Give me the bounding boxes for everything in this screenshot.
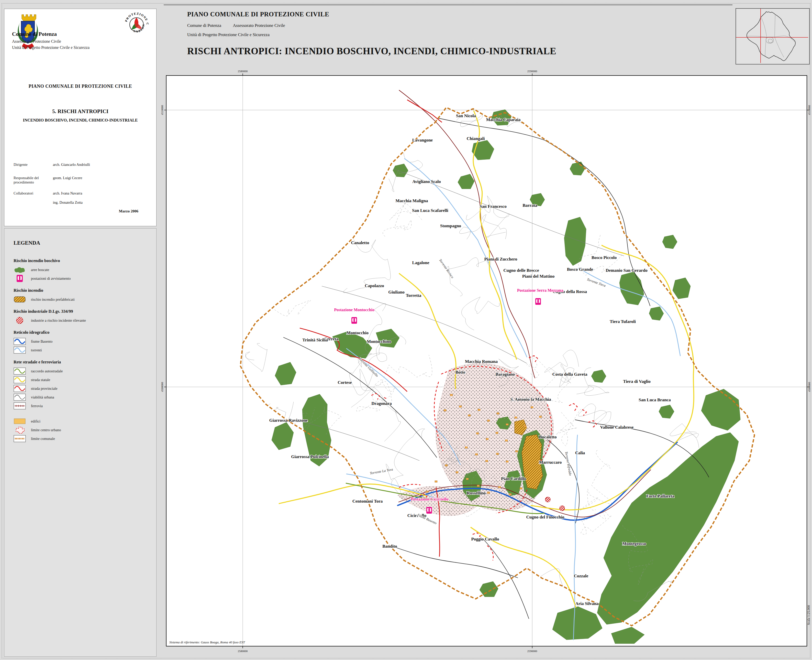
legend-group: Rischio incendiorischio incendio prefabb… (14, 288, 152, 304)
place-label: Giarrossa Pulcinella (291, 454, 329, 459)
place-label: Montegrosso (622, 541, 646, 546)
scale-label: Scala 1:25.000 (807, 605, 810, 625)
line-yellow-swatch-icon (14, 376, 27, 384)
credit-row: Dirigente arch. Giancarlo Andriulli (14, 162, 149, 167)
legend-item-label: viabilità urbana (31, 395, 54, 400)
grid-coordinate-label: 2580000 (238, 70, 248, 73)
binoculars-swatch-icon (14, 274, 27, 282)
legend-item-label: ferrovia (31, 404, 43, 408)
date-label: Marzo 2006 (119, 209, 138, 213)
place-label: Montocchino (367, 339, 391, 344)
place-label: San Nicola (456, 113, 476, 118)
legend-item: edifici (14, 417, 152, 425)
map-canvas: San NicolaMacchia CaparaiaChiangaliLavan… (161, 65, 812, 660)
legend-groups: Rischio incendio boschivoaree boscatepos… (14, 253, 152, 443)
plan-title: PIANO COMUNALE DI PROTEZIONE CIVILE (4, 84, 156, 89)
header-assessorato: Assessorato Protezione Civile (233, 23, 285, 28)
grid-coordinate-label: 4510000 (808, 105, 811, 115)
legend-group: Rischio incendio boschivoaree boscatepos… (14, 258, 152, 283)
place-label: Costa della Gaveta (552, 372, 587, 377)
place-label: Baragiano (495, 372, 515, 377)
legend-item-label: raccordo autostradale (31, 369, 63, 373)
place-label: Cortese (337, 380, 352, 385)
place-label: Tiera di Vaglio (623, 379, 651, 384)
legend-group: edificilimite centro urbanolimite comuna… (14, 417, 152, 443)
title-block-panel: PROTEZIONE CIVILE • NAZIONALE • Comune d… (4, 9, 157, 226)
legend-item-label: aree boscate (31, 268, 49, 272)
legend-item: postazioni di avvistamento (14, 274, 152, 283)
map-main-title: RISCHI ANTROPICI: INCENDIO BOSCHIVO, INC… (187, 46, 556, 57)
credit-name: geom. Luigi Cecere (53, 176, 82, 180)
legend-item: limite centro urbano (14, 425, 152, 434)
legend-item: limite comunale (14, 434, 152, 443)
hatch-orange-swatch-icon (14, 295, 27, 303)
sheet-header: PIANO COMUNALE DI PROTEZIONE CIVILE Comu… (164, 5, 733, 65)
legend-item-label: strada statale (31, 378, 50, 382)
legend-item-label: limite comunale (31, 436, 55, 441)
binoculars-icon (351, 317, 357, 324)
credit-row: ing. Donatella Zotta (14, 200, 149, 205)
place-label: Piani del Mattino (522, 274, 555, 279)
place-label: Stompagno (440, 224, 461, 228)
organization-block: Comune di Potenza Assessorato Protezione… (12, 30, 90, 51)
reference-system-note: Sistema di riferimento: Gauss Boaga, Rom… (169, 640, 245, 644)
legend-item-label: limite centro urbano (31, 428, 61, 432)
legend-group-title: Rete stradale e ferroviaria (14, 360, 152, 365)
grid-coordinate-label: 4510000 (161, 105, 164, 115)
place-label: Lagalone (412, 260, 429, 265)
org-line-1: Assessorato Protezione Civile (12, 38, 90, 45)
legend-group-title: Rischio industriale D.Lgs. 334/99 (14, 309, 152, 314)
credit-name: ing. Donatella Zotta (53, 200, 82, 205)
document-subtitle: INCENDIO BOSCHIVO, INCENDI, CHIMICO-INDU… (4, 118, 156, 122)
legend-item-label: strada provinciale (31, 386, 57, 391)
legend-item: aree boscate (14, 265, 152, 274)
place-label: Demanio San Gerardo (606, 268, 647, 273)
place-label: San Francesco (480, 204, 507, 209)
legend-group: Rete stradale e ferroviariaraccordo auto… (14, 360, 152, 410)
place-label: Giuliano (388, 290, 404, 295)
legend-panel: LEGENDA Rischio incendio boschivoaree bo… (4, 228, 157, 657)
place-label: Cugno del Finocchio (526, 515, 564, 519)
place-label: Cozzale (574, 573, 589, 578)
place-label: Bosco Grande (567, 267, 594, 272)
credit-name: arch. Ivana Navarra (53, 191, 82, 195)
place-label: Botte (456, 370, 465, 374)
place-label: Centomani Tora (352, 499, 383, 504)
place-label: Bosco Piccolo (592, 255, 617, 260)
org-name: Comune di Potenza (12, 30, 90, 38)
legend-title: LEGENDA (14, 240, 40, 246)
place-label: Poggio Cavallo (471, 537, 499, 541)
place-label: Torretta (406, 293, 421, 298)
legend-item: viabilità urbana (14, 393, 152, 401)
place-label: Macchia Romana (465, 359, 498, 364)
place-label: Piani di Zucchero (484, 257, 517, 262)
station-label: Postazione Cicirriello (411, 497, 448, 501)
grid-coordinate-label: 4500000 (808, 382, 811, 392)
credit-role: Responsabile del procedimento (14, 176, 52, 184)
place-label: Marruccaro (539, 460, 562, 465)
place-label: Vallone Calabrese (600, 425, 634, 430)
place-label: Canaletto (351, 240, 369, 245)
legend-item: raccordo autostradale (14, 367, 152, 375)
urban-limit-swatch-icon (14, 426, 27, 434)
legend-item-label: rischio incendio prefabbricati (31, 297, 75, 302)
grid-coordinate-label: 2580000 (238, 649, 248, 652)
grid-coordinate-label: 4500000 (161, 382, 164, 392)
line-red-swatch-icon (14, 385, 27, 392)
legend-item-label: postazioni di avvistamento (31, 276, 71, 281)
map-region: San NicolaMacchia CaparaiaChiangaliLavan… (161, 65, 812, 660)
place-label: Calia (575, 451, 585, 455)
header-plan-title: PIANO COMUNALE DI PROTEZIONE CIVILE (187, 11, 329, 18)
credit-row: Responsabile del procedimento geom. Luig… (14, 176, 149, 184)
legend-group-title: Rischio incendio (14, 288, 152, 293)
binoculars-icon (535, 298, 541, 305)
document-title: 5. RISCHI ANTROPICI (4, 108, 156, 115)
hatch-red-circle-swatch-icon (14, 317, 27, 324)
header-org-line: Comune di Potenza Assessorato Protezione… (187, 23, 285, 28)
legend-item-label: industrie a rischio incidente rilevante (31, 318, 86, 323)
legend-item-label: edifici (31, 419, 40, 424)
line-river-swatch-icon (14, 338, 27, 345)
line-torrent-swatch-icon (14, 346, 27, 354)
place-label: Bandito (382, 544, 397, 549)
legend-item: torrenti (14, 346, 152, 354)
